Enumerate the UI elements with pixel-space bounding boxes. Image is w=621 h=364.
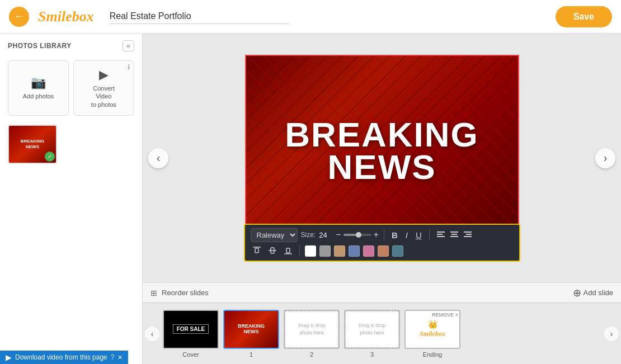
- canvas-wrapper: ‹ BREAKING NEWS Smilebox presents Ral: [143, 34, 621, 282]
- add-photos-label: Add photos: [23, 92, 54, 100]
- bold-button[interactable]: B: [389, 229, 400, 241]
- size-slider-thumb: [356, 232, 361, 238]
- align-buttons: [435, 229, 474, 241]
- back-button[interactable]: ←: [9, 7, 29, 27]
- italic-button[interactable]: I: [403, 229, 410, 241]
- size-slider[interactable]: [344, 234, 371, 236]
- thumbnail-check-icon: ✓: [45, 152, 55, 162]
- slide-canvas[interactable]: BREAKING NEWS Smilebox presents Raleway …: [245, 55, 519, 262]
- svg-rect-6: [464, 231, 472, 233]
- divider-2: [429, 229, 430, 240]
- header: ← Smilebox Save: [0, 0, 621, 34]
- slide-thumb-1-label: 1: [250, 351, 253, 358]
- download-help-button[interactable]: ?: [111, 353, 115, 361]
- add-slide-button[interactable]: ⊕ Add slide: [573, 287, 613, 299]
- slide-thumb-cover-label: Cover: [182, 351, 199, 358]
- add-photos-button[interactable]: 📷 Add photos: [8, 60, 69, 116]
- underline-button[interactable]: U: [413, 229, 424, 241]
- reorder-icon: ⊞: [150, 289, 157, 297]
- download-bar[interactable]: ▶ Download video from this page ? ×: [0, 351, 128, 364]
- slide-thumb-3-label: 3: [370, 351, 374, 358]
- slide-thumb-3[interactable]: Drag & dropphoto here 3: [344, 310, 400, 358]
- size-label: Size:: [301, 231, 316, 239]
- thumbnail-text: BREAKINGNEWS: [21, 139, 45, 149]
- toolbar-row-1: Raleway Size: 24 − + B: [251, 228, 514, 242]
- align-right-button[interactable]: [462, 229, 474, 241]
- download-close-button[interactable]: ×: [117, 353, 122, 362]
- play-icon: ▶: [6, 353, 12, 362]
- crown-icon: 👑: [428, 320, 437, 329]
- thumbnail-image: BREAKINGNEWS ✓: [9, 126, 56, 163]
- color-white-swatch[interactable]: [305, 245, 316, 257]
- slide-thumb-ending-img: 👑 Smilebox REMOVE ×: [404, 310, 460, 349]
- slide-thumb-2-img: Drag & dropphoto here: [284, 310, 340, 349]
- slide-thumb-cover-img: FOR SALE: [163, 310, 219, 349]
- thumb-cover-bg: FOR SALE: [164, 311, 218, 348]
- valign-middle-button[interactable]: [266, 245, 279, 257]
- slide-thumb-3-img: Drag & dropphoto here: [344, 310, 400, 349]
- color-tan-swatch[interactable]: [334, 245, 345, 257]
- divider-1: [384, 229, 384, 240]
- valign-bottom-button[interactable]: [282, 245, 294, 257]
- slide-thumb-ending[interactable]: 👑 Smilebox REMOVE × Ending: [404, 310, 460, 358]
- valign-top-button[interactable]: [251, 245, 263, 257]
- svg-rect-5: [450, 236, 458, 237]
- svg-rect-3: [450, 231, 458, 233]
- filmstrip-prev-button[interactable]: ‹: [145, 327, 159, 341]
- remove-ending-label: REMOVE ×: [432, 312, 458, 318]
- slide-thumb-cover[interactable]: FOR SALE Cover: [163, 310, 219, 358]
- color-gray-swatch[interactable]: [319, 245, 331, 257]
- thumb-2-empty: Drag & dropphoto here: [285, 311, 338, 348]
- main-area: PHOTOS LIBRARY « 📷 Add photos ▶ ConvertV…: [0, 34, 621, 364]
- breaking-line2: NEWS: [285, 152, 479, 185]
- size-decrease-button[interactable]: −: [336, 230, 341, 240]
- sidebar-header: PHOTOS LIBRARY «: [0, 34, 142, 56]
- align-left-button[interactable]: [435, 229, 447, 241]
- thumb-2-empty-text: Drag & dropphoto here: [298, 322, 326, 336]
- sidebar-collapse-button[interactable]: «: [123, 40, 134, 51]
- slide-thumb-1[interactable]: BREAKINGNEWS 1: [223, 310, 279, 358]
- logo-text: Smilebox: [38, 8, 94, 25]
- breaking-news-text: BREAKING NEWS: [285, 119, 479, 185]
- svg-rect-10: [255, 248, 258, 253]
- toolbar-row-2: [251, 245, 514, 257]
- info-icon: ℹ: [128, 63, 130, 71]
- project-title-input[interactable]: [110, 9, 289, 24]
- reorder-label: Reorder slides: [162, 289, 209, 297]
- color-blue-swatch[interactable]: [349, 245, 360, 257]
- add-slide-label: Add slide: [584, 289, 613, 297]
- slide-thumb-2-label: 2: [310, 351, 313, 358]
- camera-icon: 📷: [31, 75, 46, 90]
- add-slide-icon: ⊕: [573, 287, 581, 299]
- svg-rect-14: [286, 248, 290, 253]
- download-label: Download video from this page: [15, 353, 107, 361]
- ending-logo: Smilebox: [420, 330, 445, 338]
- size-value: 24: [319, 231, 332, 239]
- back-icon: ←: [14, 11, 24, 22]
- color-teal-swatch[interactable]: [392, 245, 403, 257]
- sidebar-thumbnail[interactable]: BREAKINGNEWS ✓: [8, 125, 57, 164]
- thumb-breaking-bg: BREAKINGNEWS: [224, 311, 278, 348]
- filmstrip: ‹ FOR SALE Cover BREAKINGNEWS 1: [143, 302, 621, 364]
- text-toolbar: Raleway Size: 24 − + B: [244, 224, 520, 262]
- align-center-button[interactable]: [448, 229, 460, 241]
- filmstrip-next-button[interactable]: ›: [604, 327, 619, 341]
- color-pink-swatch[interactable]: [363, 245, 374, 257]
- bottom-bar: ⊞ Reorder slides ⊕ Add slide: [143, 282, 621, 302]
- video-icon: ▶: [99, 68, 109, 82]
- slide-thumb-ending-label: Ending: [423, 351, 442, 358]
- slide-thumb-2[interactable]: Drag & dropphoto here 2: [284, 310, 340, 358]
- font-select[interactable]: Raleway: [251, 228, 298, 242]
- prev-slide-button[interactable]: ‹: [148, 148, 168, 168]
- save-button[interactable]: Save: [556, 6, 612, 27]
- logo: Smilebox: [38, 8, 94, 25]
- convert-video-button[interactable]: ▶ ConvertVideoto photos ℹ: [73, 60, 134, 116]
- svg-rect-1: [437, 234, 443, 235]
- thumb-cover-text: FOR SALE: [173, 324, 209, 334]
- next-slide-button[interactable]: ›: [595, 148, 615, 168]
- color-brown-swatch[interactable]: [378, 245, 389, 257]
- svg-rect-4: [451, 234, 457, 235]
- sidebar-title: PHOTOS LIBRARY: [8, 42, 72, 50]
- size-increase-button[interactable]: +: [374, 230, 379, 240]
- thumb-3-empty-text: Drag & dropphoto here: [359, 322, 386, 336]
